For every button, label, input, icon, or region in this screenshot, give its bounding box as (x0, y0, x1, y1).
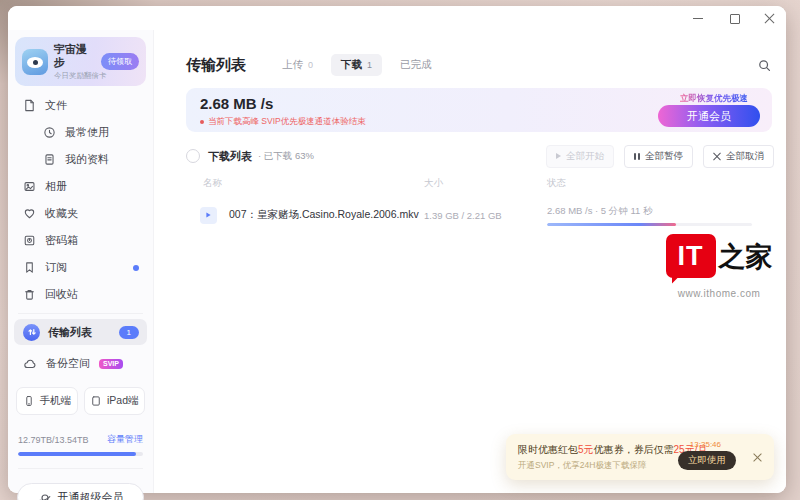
storage-usage: 12.79TB/13.54TB (18, 435, 89, 445)
page-title: 传输列表 (186, 56, 246, 75)
sidebar-divider (18, 313, 143, 314)
play-icon (556, 153, 561, 159)
task-progress-bar (547, 223, 752, 226)
transfer-icon (23, 324, 40, 341)
close-icon[interactable] (764, 12, 776, 24)
notification-dot (133, 265, 139, 271)
start-all-button[interactable]: 全部开始 (546, 145, 614, 168)
task-progress-fill (547, 223, 676, 226)
album-icon (23, 180, 36, 193)
file-icon (23, 99, 36, 112)
use-coupon-button[interactable]: 立即使用 (678, 451, 736, 470)
phone-icon (23, 395, 35, 407)
promo-countdown: 13:35:46 (690, 440, 721, 449)
phone-app-button[interactable]: 手机端 (16, 387, 78, 415)
column-name: 名称 (186, 177, 424, 190)
cloud-icon (23, 357, 37, 371)
storage-progress-fill (18, 452, 136, 456)
tabs: 上传 0 下载 1 已完成 (272, 54, 442, 76)
bookmark-icon (23, 261, 36, 274)
restore-speed-hint: 立即恢复优先极速 (680, 93, 748, 105)
bulk-actions: 全部开始 全部暂停 全部取消 (546, 145, 774, 168)
ipad-app-button[interactable]: iPad端 (84, 387, 146, 415)
download-speed: 2.68 MB /s (200, 95, 273, 112)
table-row[interactable]: 007：皇家赌场.Casino.Royale.2006.mkv 1.39 GB … (186, 198, 772, 232)
promo-toast: 限时优惠红包5元优惠券，券后仅需25元/月 开通SVIP，优享24H极速下载保障… (506, 434, 774, 480)
safe-icon (23, 234, 36, 247)
window-controls (692, 6, 776, 30)
user-name: 宇宙漫步 (54, 43, 95, 69)
main-panel: 传输列表 上传 0 下载 1 已完成 2.68 MB /s 当前下载高峰 (154, 30, 786, 493)
device-buttons: 手机端 iPad端 (16, 387, 145, 415)
cancel-icon (713, 152, 721, 160)
select-all-checkbox[interactable] (186, 149, 200, 163)
table-header: 名称 大小 状态 (186, 176, 772, 190)
storage-info: 12.79TB/13.54TB 容量管理 (18, 433, 143, 446)
app-window: 宇宙漫步 今日奖励翻倍卡 待领取 文件 最常使用 我的资料 相册 (8, 6, 786, 493)
pause-all-button[interactable]: 全部暂停 (624, 145, 693, 168)
tab-download-count: 1 (367, 60, 372, 70)
sidebar-item-password-box[interactable]: 密码箱 (8, 227, 153, 254)
sidebar-nav: 文件 最常使用 我的资料 相册 收藏夹 密码箱 (8, 92, 153, 308)
storage-progress-bar (18, 452, 143, 456)
list-controls: 下载列表 · 已下载 63% 全部开始 全部暂停 全部取消 (186, 145, 774, 167)
sidebar-item-my-docs[interactable]: 我的资料 (8, 146, 153, 173)
column-size: 大小 (424, 177, 547, 190)
super-vip-icon (38, 491, 52, 500)
user-card[interactable]: 宇宙漫步 今日奖励翻倍卡 待领取 (15, 37, 146, 86)
avatar (22, 49, 48, 75)
trash-icon (23, 288, 36, 301)
ithome-logo-cn: 之家 (719, 234, 773, 280)
sidebar-divider-bottom (18, 468, 143, 469)
ithome-url: www.ithome.com (664, 288, 774, 299)
sidebar-item-recycle-bin[interactable]: 回收站 (8, 281, 153, 308)
cancel-all-button[interactable]: 全部取消 (703, 145, 774, 168)
titlebar (8, 6, 786, 30)
downloaded-percent: · 已下载 63% (258, 150, 314, 163)
tab-upload-count: 0 (308, 60, 313, 70)
file-size: 1.39 GB / 2.21 GB (424, 210, 547, 221)
storage-manage-link[interactable]: 容量管理 (107, 433, 143, 446)
main-header: 传输列表 上传 0 下载 1 已完成 (186, 54, 772, 76)
sidebar-item-transfer-list[interactable]: 传输列表 1 (14, 319, 147, 345)
search-icon[interactable] (757, 58, 772, 73)
open-membership-button[interactable]: 开通会员 (658, 105, 760, 127)
sidebar-item-files[interactable]: 文件 (8, 92, 153, 119)
heart-icon (23, 207, 36, 220)
sidebar: 宇宙漫步 今日奖励翻倍卡 待领取 文件 最常使用 我的资料 相册 (8, 30, 154, 493)
svip-badge: SVIP (99, 359, 123, 369)
sidebar-item-recent[interactable]: 最常使用 (8, 119, 153, 146)
column-status: 状态 (547, 177, 772, 190)
sidebar-item-backup-space[interactable]: 备份空间 SVIP (8, 350, 153, 377)
file-name: 007：皇家赌场.Casino.Royale.2006.mkv (229, 208, 419, 222)
sidebar-item-subscriptions[interactable]: 订阅 (8, 254, 153, 281)
claim-badge[interactable]: 待领取 (101, 53, 139, 70)
toast-close-icon[interactable] (753, 453, 762, 462)
minimize-icon[interactable] (692, 12, 704, 24)
maximize-icon[interactable] (728, 12, 740, 24)
document-icon (43, 153, 56, 166)
coupon-amount: 5元 (578, 444, 594, 455)
task-status: 2.68 MB /s · 5 分钟 11 秒 (547, 205, 772, 218)
resume-task-button[interactable] (200, 207, 217, 224)
tablet-icon (90, 395, 102, 407)
transfer-count-badge: 1 (119, 326, 139, 339)
sidebar-item-albums[interactable]: 相册 (8, 173, 153, 200)
promo-subtext: 开通SVIP，优享24H极速下载保障 (518, 460, 646, 472)
clock-icon (43, 126, 56, 139)
sidebar-item-favorites[interactable]: 收藏夹 (8, 200, 153, 227)
ithome-watermark: IT 之家 www.ithome.com (664, 234, 774, 299)
tab-download[interactable]: 下载 1 (331, 54, 382, 76)
download-list-title: 下载列表 (208, 149, 252, 164)
user-subtitle: 今日奖励翻倍卡 (54, 71, 95, 80)
speed-banner: 2.68 MB /s 当前下载高峰 SVIP优先极速通道体验结束 立即恢复优先极… (186, 88, 772, 132)
tab-completed[interactable]: 已完成 (390, 54, 442, 76)
ithome-logo: IT (666, 234, 716, 278)
pause-icon (634, 153, 640, 160)
super-vip-button[interactable]: 开通超级会员 (17, 483, 144, 500)
peak-notice: 当前下载高峰 SVIP优先极速通道体验结束 (200, 116, 366, 128)
tab-upload[interactable]: 上传 0 (272, 54, 323, 76)
